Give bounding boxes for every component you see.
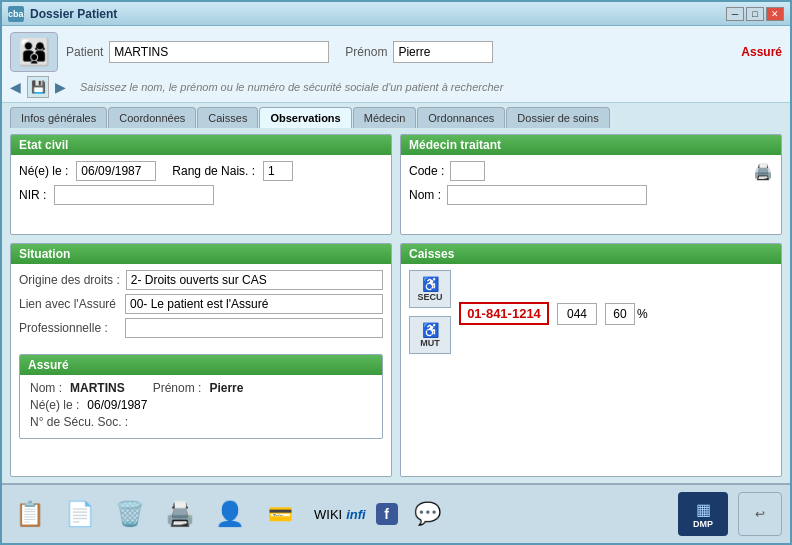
vitale-button[interactable]: 💳 xyxy=(260,492,300,536)
nav-hint: Saisissez le nom, le prénom ou le numéro… xyxy=(80,81,503,93)
situation-body: Origine des droits : Lien avec l'Assuré … xyxy=(11,264,391,348)
tab-infos[interactable]: Infos générales xyxy=(10,107,107,128)
document-button[interactable]: 📄 xyxy=(60,492,100,536)
print-icon: 🖨️ xyxy=(165,500,195,528)
patient-fields: Patient Prénom Assuré xyxy=(66,41,782,63)
prenom-input[interactable] xyxy=(393,41,493,63)
mut-label: MUT xyxy=(420,338,440,348)
main-content: Etat civil Né(e) le : Rang de Nais. : NI… xyxy=(2,128,790,483)
bottom-toolbar: 📋 📄 🗑️ 🖨️ 👤 💳 WIKI infi f 💬 ▦ DMP xyxy=(2,483,790,543)
nee-row: Né(e) le : Rang de Nais. : xyxy=(19,161,383,181)
chat-button[interactable]: 💬 xyxy=(408,492,448,536)
assure-nsecu-row: N° de Sécu. Soc. : xyxy=(30,415,372,429)
nav-next-button[interactable]: ▶ xyxy=(55,79,66,95)
nee-label: Né(e) le : xyxy=(19,164,68,178)
caisse-buttons: ♿ SECU ♿ MUT xyxy=(409,270,451,358)
close-button[interactable]: ✕ xyxy=(766,7,784,21)
pct-sign: % xyxy=(637,307,648,321)
assure-body: Nom : MARTINS Prénom : Pierre Né(e) le :… xyxy=(20,375,382,438)
caisse-pct-group: % xyxy=(605,303,648,325)
tab-ordonnances[interactable]: Ordonnances xyxy=(417,107,505,128)
vitale-icon: 💳 xyxy=(268,502,293,526)
medecin-code-row: Code : 🖨️ xyxy=(409,161,773,181)
medecin-header: Médecin traitant xyxy=(401,135,781,155)
assure-subpanel: Assuré Nom : MARTINS Prénom : Pierre Né(… xyxy=(19,354,383,439)
mut-icon: ♿ xyxy=(422,322,439,338)
tab-caisses[interactable]: Caisses xyxy=(197,107,258,128)
assure-link[interactable]: Assuré xyxy=(741,45,782,59)
header-area: 👨‍👩‍👦 Patient Prénom Assuré ◀ 💾 ▶ Saisis… xyxy=(2,26,790,103)
save-icon: 💾 xyxy=(31,80,46,94)
caisse-fields: 01-841-1214 % xyxy=(459,302,648,325)
tab-medecin[interactable]: Médecin xyxy=(353,107,417,128)
nav-prev-button[interactable]: ◀ xyxy=(10,79,21,95)
pro-input[interactable] xyxy=(125,318,383,338)
window-title: Dossier Patient xyxy=(30,7,726,21)
secu-label: SECU xyxy=(417,292,442,302)
lien-row: Lien avec l'Assuré xyxy=(19,294,383,314)
tab-bar: Infos générales Coordonnées Caisses Obse… xyxy=(2,103,790,128)
caisse-pct-input[interactable] xyxy=(605,303,635,325)
assure-nee-label: Né(e) le : xyxy=(30,398,79,412)
pro-row: Professionnelle : xyxy=(19,318,383,338)
document-icon: 📄 xyxy=(65,500,95,528)
origine-label: Origine des droits : xyxy=(19,273,120,287)
medecin-body: Code : 🖨️ Nom : xyxy=(401,155,781,215)
assure-header: Assuré xyxy=(20,355,382,375)
printer-icon[interactable]: 🖨️ xyxy=(753,162,773,181)
assure-prenom-value: Pierre xyxy=(209,381,243,395)
medecin-code-input[interactable] xyxy=(450,161,485,181)
facebook-button[interactable]: f xyxy=(376,503,398,525)
caisse-code-input[interactable] xyxy=(557,303,597,325)
add-patient-button[interactable]: 📋 xyxy=(10,492,50,536)
main-window: cba Dossier Patient ─ □ ✕ 👨‍👩‍👦 Patient … xyxy=(0,0,792,545)
nir-label: NIR : xyxy=(19,188,46,202)
maximize-button[interactable]: □ xyxy=(746,7,764,21)
assure-nee-row: Né(e) le : 06/09/1987 xyxy=(30,398,372,412)
save-button[interactable]: 💾 xyxy=(27,76,49,98)
infi-label: infi xyxy=(346,507,366,522)
medecin-nom-input[interactable] xyxy=(447,185,647,205)
nir-row: NIR : xyxy=(19,185,383,205)
dmp-button[interactable]: ▦ DMP xyxy=(678,492,728,536)
tab-dossier-soins[interactable]: Dossier de soins xyxy=(506,107,609,128)
patient-label: Patient xyxy=(66,45,103,59)
nir-input[interactable] xyxy=(54,185,214,205)
pro-label: Professionnelle : xyxy=(19,321,119,335)
caisse-num-display: 01-841-1214 xyxy=(459,302,549,325)
patient-avatar: 👨‍👩‍👦 xyxy=(10,32,58,72)
etat-civil-panel: Etat civil Né(e) le : Rang de Nais. : NI… xyxy=(10,134,392,235)
return-button[interactable]: ↩ xyxy=(738,492,782,536)
delete-button[interactable]: 🗑️ xyxy=(110,492,150,536)
mut-button[interactable]: ♿ MUT xyxy=(409,316,451,354)
etat-civil-header: Etat civil xyxy=(11,135,391,155)
assure-nom-row: Nom : MARTINS Prénom : Pierre xyxy=(30,381,372,395)
minimize-button[interactable]: ─ xyxy=(726,7,744,21)
tab-coordonnees[interactable]: Coordonnées xyxy=(108,107,196,128)
patient-name-input[interactable] xyxy=(109,41,329,63)
medecin-panel: Médecin traitant Code : 🖨️ Nom : xyxy=(400,134,782,235)
assure-nee-value: 06/09/1987 xyxy=(87,398,147,412)
print-button[interactable]: 🖨️ xyxy=(160,492,200,536)
wiki-area: WIKI infi xyxy=(314,507,366,522)
etat-civil-body: Né(e) le : Rang de Nais. : NIR : xyxy=(11,155,391,215)
person-icon: 👤 xyxy=(215,500,245,528)
dmp-bar-icon: ▦ xyxy=(696,500,711,519)
lien-input[interactable] xyxy=(125,294,383,314)
tab-observations[interactable]: Observations xyxy=(259,107,351,128)
window-controls: ─ □ ✕ xyxy=(726,7,784,21)
secu-button[interactable]: ♿ SECU xyxy=(409,270,451,308)
origine-input[interactable] xyxy=(126,270,383,290)
lien-label: Lien avec l'Assuré xyxy=(19,297,119,311)
situation-header: Situation xyxy=(11,244,391,264)
medecin-code-label: Code : xyxy=(409,164,444,178)
trash-icon: 🗑️ xyxy=(115,500,145,528)
patient-row: 👨‍👩‍👦 Patient Prénom Assuré xyxy=(10,32,782,72)
person-button[interactable]: 👤 xyxy=(210,492,250,536)
situation-panel: Situation Origine des droits : Lien avec… xyxy=(10,243,392,477)
rang-input[interactable] xyxy=(263,161,293,181)
wiki-label: WIKI xyxy=(314,507,342,522)
app-icon: cba xyxy=(8,6,24,22)
nee-input[interactable] xyxy=(76,161,156,181)
assure-nom-label: Nom : xyxy=(30,381,62,395)
